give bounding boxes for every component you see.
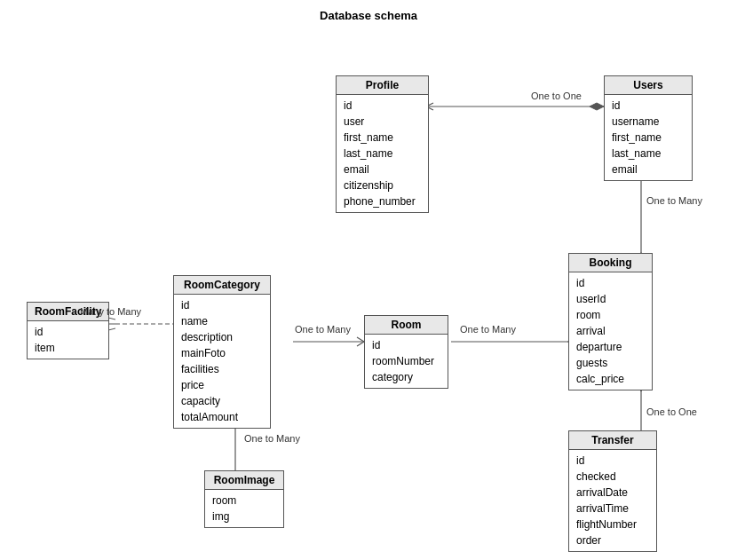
entity-roomcategory: RoomCategory id name description mainFot… <box>173 275 271 429</box>
entity-room-body: id roomNumber category <box>365 335 448 388</box>
rel-booking-transfer: One to One <box>646 406 697 417</box>
rel-profile-users: One to One <box>531 91 582 101</box>
entity-users-header: Users <box>605 76 692 95</box>
rel-roomfacility-roomcategory: Many to Many <box>80 306 141 317</box>
entity-roomcategory-header: RoomCategory <box>174 276 270 295</box>
entity-roomimage: RoomImage room img <box>204 470 284 528</box>
entity-users-body: id username first_name last_name email <box>605 95 692 180</box>
entity-roomimage-header: RoomImage <box>205 471 283 490</box>
rel-users-booking: One to Many <box>646 195 702 206</box>
page-title: Database schema <box>0 0 737 27</box>
entity-transfer: Transfer id checked arrivalDate arrivalT… <box>568 430 657 552</box>
entity-room-header: Room <box>365 316 448 335</box>
entity-profile: Profile id user first_name last_name ema… <box>336 75 429 213</box>
entity-profile-body: id user first_name last_name email citiz… <box>337 95 428 212</box>
entity-room: Room id roomNumber category <box>364 315 448 389</box>
entity-roomcategory-body: id name description mainFoto facilities … <box>174 295 270 428</box>
entity-transfer-header: Transfer <box>569 431 656 450</box>
rel-roomcategory-room: One to Many <box>295 324 351 335</box>
svg-marker-1 <box>590 103 604 110</box>
entity-profile-header: Profile <box>337 76 428 95</box>
entity-booking: Booking id userId room arrival departure… <box>568 253 653 390</box>
entity-roomfacility-body: id item <box>28 321 108 359</box>
rel-roomcategory-roomimage: One to Many <box>244 433 300 444</box>
entity-users: Users id username first_name last_name e… <box>604 75 693 181</box>
entity-booking-header: Booking <box>569 254 652 272</box>
diagram-area: Profile id user first_name last_name ema… <box>0 27 737 560</box>
entity-roomimage-body: room img <box>205 490 283 527</box>
entity-transfer-body: id checked arrivalDate arrivalTime fligh… <box>569 450 656 551</box>
rel-room-booking: One to Many <box>460 324 516 335</box>
entity-booking-body: id userId room arrival departure guests … <box>569 272 652 390</box>
